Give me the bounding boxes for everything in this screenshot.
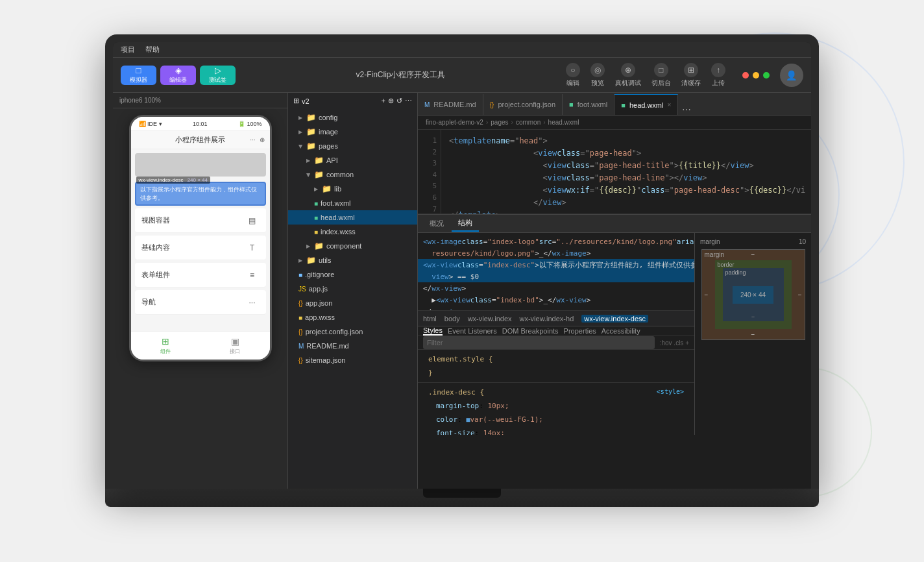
file-item-app-wxss[interactable]: ■ app.wxss (288, 310, 417, 324)
phone-highlight-box: wx-view.index-desc 240 × 44 以下指展示小程序官方组件… (135, 182, 266, 206)
window-max-btn[interactable] (763, 72, 770, 79)
file-item-app-js[interactable]: JS app.js (288, 282, 417, 296)
file-icon-sitemap: {} (298, 357, 303, 364)
file-icon-app-json: {} (298, 300, 303, 307)
file-item-image[interactable]: ▶ 📁 image (288, 125, 417, 139)
tab-head-wxml[interactable]: ■ head.wxml × (614, 94, 678, 115)
phone-nav-api[interactable]: ▣ 接口 (201, 336, 270, 355)
phone-menu-item-1[interactable]: 基础内容 T (135, 236, 266, 260)
file-item-common[interactable]: ▶ 📁 common (288, 167, 417, 182)
phone-highlight-text: 以下指展示小程序官方组件能力，组件样式仅供参考。 (140, 186, 261, 202)
file-item-component[interactable]: ▶ 📁 component (288, 239, 417, 253)
element-tab-wx-view-index-hd[interactable]: wx-view.index-hd (520, 315, 574, 323)
file-icon-app-js: JS (298, 286, 306, 293)
phone-menu-item-0[interactable]: 视图容器 ▤ (135, 208, 266, 233)
file-item-api[interactable]: ▶ 📁 API (288, 153, 417, 167)
style-rule-index-desc: .index-desc { <style> margin-top: 10px; … (418, 383, 694, 435)
devtools-tab-structure[interactable]: 结构 (452, 216, 479, 232)
event-listeners-tab[interactable]: Event Listeners (448, 327, 497, 335)
tab-close-head-wxml[interactable]: × (667, 101, 671, 108)
style-source-badge: <style> (657, 388, 684, 395)
dom-breakpoints-tab[interactable]: DOM Breakpoints (502, 327, 559, 335)
phone-menu-item-3[interactable]: 导航 ··· (135, 290, 266, 315)
file-item-gitignore[interactable]: ■ .gitignore (288, 267, 417, 282)
file-item-project-config[interactable]: {} project.config.json (288, 324, 417, 339)
action-clear-cache[interactable]: ⊞ 清缓存 (681, 63, 701, 88)
tab-bar: M README.md {} project.config.json ■ foo… (418, 93, 811, 116)
code-area-upper: 1 2 3 4 5 6 7 8 <template name="head"> (418, 130, 811, 214)
tab-foot-wxml[interactable]: ■ foot.wxml (563, 94, 614, 115)
form-component-icon: ≡ (245, 270, 260, 280)
action-preview[interactable]: ◎ 预览 (590, 63, 605, 88)
styles-tab[interactable]: Styles (423, 326, 443, 336)
phone-menu-item-2[interactable]: 表单组件 ≡ (135, 263, 266, 287)
test-button[interactable]: ▷ 测试签 (200, 66, 236, 85)
action-edit[interactable]: ○ 编辑 (566, 63, 580, 88)
phone-nav-components[interactable]: ⊞ 组件 (131, 336, 201, 355)
style-rule-element: element.style { } (418, 350, 694, 383)
menu-item-help[interactable]: 帮助 (145, 45, 160, 55)
editor-panel: M README.md {} project.config.json ■ foo… (418, 93, 811, 489)
tab-project-config-icon: {} (490, 101, 494, 108)
laptop-notch (423, 489, 501, 498)
toolbar: □ 模拟器 ◈ 编辑器 ▷ 测试签 v2-FinClip小程序开发工具 (113, 58, 811, 93)
simulator-label: 模拟器 (130, 76, 147, 84)
properties-tab[interactable]: Properties (564, 327, 596, 335)
box-border: border − padding − 240 × 44 − (715, 260, 792, 329)
phone-panel-header: iphone6 100% (113, 93, 287, 108)
element-tab-wx-view-index-desc[interactable]: wx-view.index-desc (581, 315, 648, 323)
file-item-head-wxml[interactable]: ■ head.wxml (288, 210, 417, 225)
html-line-5: ▶<wx-view class="index-bd">_</wx-view> (418, 294, 694, 306)
menu-item-project[interactable]: 项目 (121, 45, 135, 55)
phone-bottom-nav: ⊞ 组件 ▣ 接口 (131, 331, 270, 360)
tab-more-button[interactable]: ⋯ (678, 104, 695, 115)
file-item-config[interactable]: ▶ 📁 config (288, 110, 417, 125)
styles-hint: :hov .cls + (660, 339, 689, 347)
file-panel-header: ⊞ v2 + ⊕ ↺ ⋯ (288, 93, 417, 109)
file-item-pages[interactable]: ▶ 📁 pages (288, 139, 417, 153)
toolbar-title: v2-FinClip小程序开发工具 (356, 69, 445, 80)
devtools-left: <wx-image class="index-logo" src="../res… (418, 233, 694, 435)
tab-foot-wxml-icon: ■ (569, 101, 574, 108)
file-item-index-wxss[interactable]: ■ index.wxss (288, 225, 417, 239)
folder-icon-api: 📁 (314, 156, 324, 165)
phone-image-placeholder (135, 153, 266, 177)
styles-filter-input[interactable] (423, 336, 655, 349)
folder-icon-component: 📁 (314, 241, 324, 250)
user-avatar[interactable]: 👤 (780, 64, 803, 87)
tab-project-config[interactable]: {} project.config.json (483, 94, 563, 115)
action-device-debug[interactable]: ⊕ 真机调试 (615, 63, 641, 88)
element-tab-wx-view-index[interactable]: wx-view.index (468, 315, 512, 323)
phone-title-bar: 小程序组件展示 ··· ⊕ (131, 131, 270, 149)
file-item-utils[interactable]: ▶ 📁 utils (288, 253, 417, 267)
file-item-readme[interactable]: M README.md (288, 339, 417, 353)
editor-icon: ◈ (175, 66, 182, 75)
window-min-btn[interactable] (753, 72, 759, 79)
style-rule-selector-element: element.style { (423, 352, 689, 366)
devtools-tab-overview[interactable]: 概况 (423, 216, 450, 232)
element-tab-html[interactable]: html (423, 315, 437, 323)
toolbar-left: □ 模拟器 ◈ 编辑器 ▷ 测试签 (121, 66, 236, 85)
arrow-pages: ▶ (298, 144, 304, 148)
html-line-4: </wx-view> (418, 282, 694, 294)
file-item-foot-wxml[interactable]: ■ foot.wxml (288, 196, 417, 210)
file-item-lib[interactable]: ▶ 📁 lib (288, 182, 417, 196)
accessibility-tab[interactable]: Accessibility (602, 327, 640, 335)
laptop-base (105, 489, 819, 507)
window-close-btn[interactable] (742, 72, 749, 79)
action-upload[interactable]: ↑ 上传 (711, 63, 725, 88)
action-background[interactable]: □ 切后台 (651, 63, 671, 88)
box-model-margin-val: 10 (799, 238, 806, 245)
file-item-app-json[interactable]: {} app.json (288, 296, 417, 310)
html-line-0: <wx-image class="index-logo" src="../res… (418, 236, 694, 247)
simulator-button[interactable]: □ 模拟器 (121, 66, 156, 85)
components-nav-icon: ⊞ (162, 336, 169, 347)
box-margin-val-top: − (751, 251, 755, 258)
box-margin-label: margin (705, 251, 725, 258)
edit-icon: ○ (566, 63, 580, 77)
file-item-sitemap[interactable]: {} sitemap.json (288, 353, 417, 367)
file-panel-actions: + ⊕ ↺ ⋯ (382, 97, 412, 105)
editor-button[interactable]: ◈ 编辑器 (160, 66, 196, 85)
tab-readme[interactable]: M README.md (418, 94, 483, 115)
element-tab-body[interactable]: body (444, 315, 460, 323)
